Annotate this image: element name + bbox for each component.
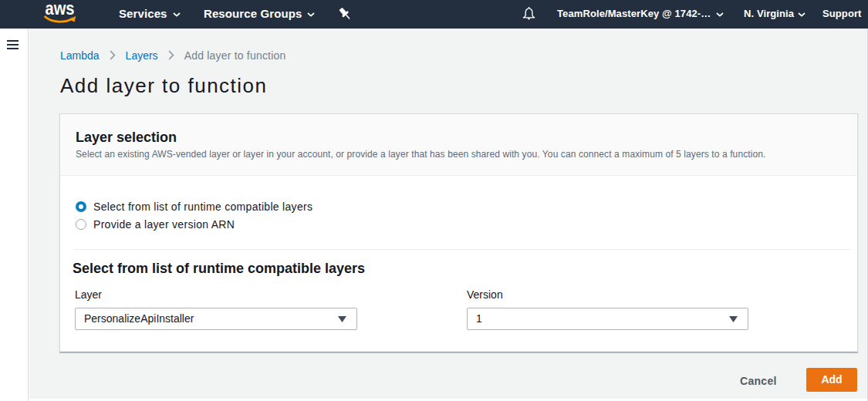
svg-text:aws: aws [46,2,75,19]
